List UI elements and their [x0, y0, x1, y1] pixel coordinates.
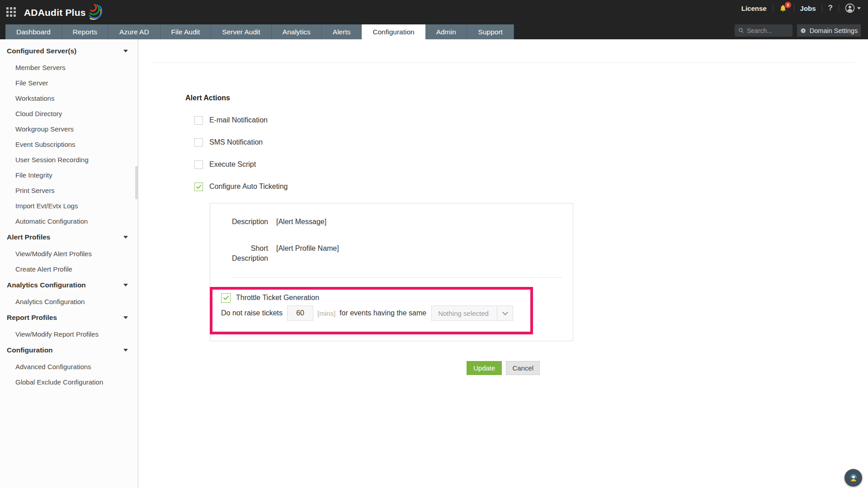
sidebar-item-user-session-recording[interactable]: User Session Recording: [0, 152, 138, 167]
throttle-minutes-input[interactable]: [287, 305, 313, 321]
sidebar-item-file-server[interactable]: File Server: [0, 75, 138, 90]
dropdown-toggle[interactable]: [497, 306, 513, 320]
divider: [794, 5, 794, 12]
support-agent-icon: [849, 473, 859, 483]
throttle-sentence-prefix: Do not raise tickets: [221, 309, 283, 317]
tab-alerts[interactable]: Alerts: [322, 24, 362, 39]
app-grid-icon[interactable]: [6, 7, 16, 17]
tab-dashboard[interactable]: Dashboard: [5, 24, 62, 39]
sidebar-item-file-integrity[interactable]: File Integrity: [0, 167, 138, 183]
sidebar-item-workstations[interactable]: Workstations: [0, 90, 138, 106]
highlight-box: Throttle Ticket Generation Do not raise …: [210, 287, 533, 334]
section-caret-icon: [123, 349, 128, 352]
header-utility-menu: License 3 Jobs ?: [741, 3, 861, 14]
sidebar-item-print-servers[interactable]: Print Servers: [0, 183, 138, 198]
divider: [773, 5, 773, 12]
adaudit-plus-window: ADAudit Plus License 3 Jobs ?: [0, 0, 868, 488]
tab-file-audit[interactable]: File Audit: [160, 24, 212, 39]
search-icon: [738, 28, 744, 33]
sidebar-section-configured-servers[interactable]: Configured Server(s): [0, 42, 138, 60]
support-chat-button[interactable]: [844, 469, 862, 487]
sidebar-item-analytics-configuration[interactable]: Analytics Configuration: [0, 294, 138, 309]
section-caret-icon: [123, 284, 128, 286]
cancel-button[interactable]: Cancel: [506, 361, 540, 375]
section-label: Alert Profiles: [7, 233, 50, 241]
throttle-criteria-dropdown[interactable]: Nothing selected: [431, 305, 513, 321]
tab-configuration[interactable]: Configuration: [362, 24, 425, 39]
throttle-ticket-generation-checkbox[interactable]: [221, 293, 231, 303]
help-icon[interactable]: ?: [828, 4, 833, 13]
logo-swoosh-icon: [87, 2, 102, 22]
user-menu[interactable]: [845, 3, 861, 13]
gear-icon: [800, 28, 807, 34]
short-description-value: [Alert Profile Name]: [276, 244, 339, 253]
sidebar-item-event-subscriptions[interactable]: Event Subscriptions: [0, 136, 138, 152]
chevron-down-icon: [857, 7, 861, 9]
form-buttons: Update Cancel: [467, 361, 540, 375]
tab-azure-ad[interactable]: Azure AD: [108, 24, 160, 39]
short-description-row: Short Description [Alert Profile Name]: [226, 244, 339, 263]
sidebar-item-automatic-configuration[interactable]: Automatic Configuration: [0, 213, 138, 229]
tab-support[interactable]: Support: [467, 24, 514, 39]
minutes-unit-hint: [mins]: [317, 310, 335, 317]
update-button[interactable]: Update: [467, 361, 502, 375]
dropdown-chevron-icon: [502, 310, 508, 315]
main-content: Alert Actions E-mail Notification SMS No…: [139, 39, 868, 488]
notifications-button[interactable]: 3: [779, 4, 788, 13]
notification-count-badge: 3: [785, 2, 791, 8]
main-nav-tabs: Dashboard Reports Azure AD File Audit Se…: [5, 24, 514, 39]
license-link[interactable]: License: [741, 5, 767, 12]
sidebar-item-import-evt-logs[interactable]: Import Evt/Evtx Logs: [0, 198, 138, 213]
action-row-execute-script: Execute Script: [194, 160, 256, 169]
sidebar-item-cloud-directory[interactable]: Cloud Directory: [0, 106, 138, 121]
action-row-auto-ticketing: Configure Auto Ticketing: [194, 182, 288, 192]
jobs-link[interactable]: Jobs: [800, 5, 816, 12]
action-row-sms: SMS Notification: [194, 137, 263, 147]
sidebar-item-view-modify-report-profiles[interactable]: View/Modify Report Profiles: [0, 326, 138, 342]
sidebar-item-global-exclude-configuration[interactable]: Global Exclude Configuration: [0, 374, 138, 389]
divider: [839, 5, 839, 12]
section-label: Analytics Configuration: [7, 281, 86, 289]
search-input[interactable]: [747, 27, 789, 34]
section-caret-icon: [123, 50, 128, 52]
section-label: Configuration: [7, 346, 53, 354]
sidebar-item-member-servers[interactable]: Member Servers: [0, 60, 138, 75]
section-label: Report Profiles: [7, 314, 57, 322]
dropdown-selected-value: Nothing selected: [432, 310, 497, 317]
sidebar-scrollbar-handle[interactable]: [135, 166, 138, 199]
tab-analytics[interactable]: Analytics: [272, 24, 322, 39]
action-row-email: E-mail Notification: [194, 115, 268, 125]
email-notification-checkbox[interactable]: [194, 116, 203, 125]
configure-auto-ticketing-checkbox[interactable]: [194, 183, 203, 191]
user-avatar-icon: [845, 3, 855, 13]
short-description-label: Short Description: [226, 244, 268, 263]
section-caret-icon: [123, 236, 128, 239]
alert-actions-title: Alert Actions: [185, 94, 230, 102]
sms-notification-checkbox[interactable]: [194, 138, 203, 147]
sidebar-section-analytics-configuration[interactable]: Analytics Configuration: [0, 277, 138, 294]
sidebar-item-advanced-configurations[interactable]: Advanced Configurations: [0, 359, 138, 374]
tab-reports[interactable]: Reports: [62, 24, 108, 39]
sidebar-section-configuration[interactable]: Configuration: [0, 342, 138, 359]
checkbox-label: Execute Script: [209, 160, 256, 169]
description-row: Description [Alert Message]: [226, 217, 326, 227]
logo: ADAudit Plus: [24, 4, 102, 22]
execute-script-checkbox[interactable]: [194, 160, 203, 169]
section-caret-icon: [123, 316, 128, 319]
section-label: Configured Server(s): [7, 47, 76, 55]
sidebar: Configured Server(s) Member Servers File…: [0, 39, 138, 488]
domain-settings-button[interactable]: Domain Settings: [797, 24, 861, 37]
panel-divider: [232, 277, 562, 278]
global-search[interactable]: [735, 24, 793, 37]
sidebar-section-report-profiles[interactable]: Report Profiles: [0, 309, 138, 326]
tab-admin[interactable]: Admin: [425, 24, 467, 39]
tab-server-audit[interactable]: Server Audit: [211, 24, 271, 39]
sidebar-item-create-alert-profile[interactable]: Create Alert Profile: [0, 261, 138, 277]
throttle-label: Throttle Ticket Generation: [236, 294, 319, 302]
checkbox-label: SMS Notification: [209, 138, 263, 146]
sidebar-item-workgroup-servers[interactable]: Workgroup Servers: [0, 121, 138, 136]
content-divider: [151, 62, 855, 63]
sidebar-item-view-modify-alert-profiles[interactable]: View/Modify Alert Profiles: [0, 246, 138, 261]
description-label: Description: [226, 217, 268, 227]
sidebar-section-alert-profiles[interactable]: Alert Profiles: [0, 229, 138, 246]
